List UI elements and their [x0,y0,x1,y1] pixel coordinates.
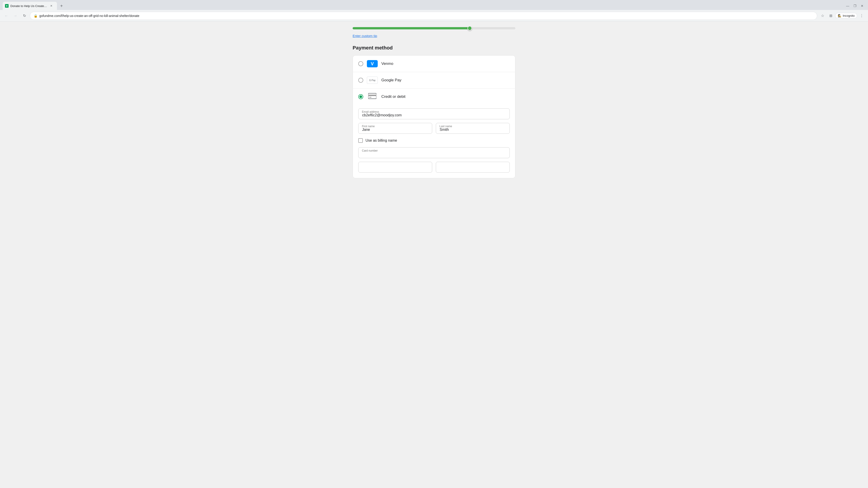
billing-checkbox-row: Use as billing name [358,138,510,143]
expiry-field-container [358,162,432,173]
card-number-field-container: Card number [358,147,510,158]
progress-bar-fill [352,27,470,29]
tab-favicon: ♥ [5,4,8,8]
venmo-radio[interactable] [358,61,363,66]
card-number-input[interactable] [358,147,510,158]
payment-method-title: Payment method [352,45,515,51]
credit-debit-label: Credit or debit [381,94,405,99]
cvv-input[interactable] [436,162,510,173]
forward-button[interactable]: → [12,12,19,20]
svg-rect-2 [369,97,371,98]
google-pay-label: Google Pay [381,78,401,83]
name-row: First name Last name [358,123,510,134]
credit-debit-radio[interactable] [358,94,363,99]
close-button[interactable]: ✕ [859,3,865,9]
gpay-logo: G Pay [367,76,378,84]
active-tab[interactable]: ♥ Donate to Help Us Create An O ✕ [3,2,57,10]
last-name-field-container: Last name [436,123,510,134]
cvv-field-container [436,162,510,173]
google-pay-option[interactable]: G Pay Google Pay [353,72,515,89]
tab-close-button[interactable]: ✕ [49,4,53,8]
credit-debit-form: Email address First name Last name [358,108,510,173]
email-input[interactable] [358,108,510,119]
progress-thumb [467,26,472,31]
split-screen-button[interactable]: ⊞ [827,12,834,20]
payment-method-card: V Venmo G Pay Google Pay [352,55,515,178]
maximize-button[interactable]: ❐ [852,3,858,9]
billing-label: Use as billing name [366,138,397,142]
last-name-input[interactable] [436,123,510,134]
expiry-input[interactable] [358,162,432,173]
toolbar-icons: ☆ ⊞ 🕵️ Incognito ⋮ [819,12,865,20]
first-name-field-container: First name [358,123,432,134]
email-field-container: Email address [358,108,510,119]
incognito-icon: 🕵️ [838,14,841,18]
new-tab-button[interactable]: + [57,2,66,10]
gpay-logo-icon: G Pay [367,76,378,84]
menu-button[interactable]: ⋮ [858,12,865,20]
main-container: Enter custom tip Payment method V Venmo [352,27,515,479]
progress-bar-container [352,27,515,29]
first-name-input[interactable] [358,123,432,134]
venmo-logo: V [367,60,378,67]
minimize-button[interactable]: — [844,3,851,9]
tab-title: Donate to Help Us Create An O [10,4,48,8]
credit-debit-option[interactable]: Credit or debit Email address First name [353,89,515,178]
browser-frame: ♥ Donate to Help Us Create An O ✕ + — ❐ … [0,0,868,22]
page-content: Enter custom tip Payment method V Venmo [0,22,868,488]
billing-checkbox[interactable] [358,138,363,143]
venmo-option[interactable]: V Venmo [353,56,515,72]
incognito-label: Incognito [843,14,855,18]
browser-titlebar: ♥ Donate to Help Us Create An O ✕ + — ❐ … [0,0,868,10]
address-bar[interactable]: 🔒 gofundme.com/f/help-us-create-an-off-g… [30,12,817,20]
svg-rect-1 [368,95,376,96]
google-pay-radio[interactable] [358,78,363,83]
credit-debit-header: Credit or debit [358,93,510,100]
bookmark-button[interactable]: ☆ [819,12,826,20]
refresh-button[interactable]: ↻ [21,12,28,20]
lock-icon: 🔒 [34,14,37,18]
credit-card-logo [367,93,378,100]
custom-tip-link[interactable]: Enter custom tip [352,34,377,38]
browser-toolbar: ← → ↻ 🔒 gofundme.com/f/help-us-create-an… [0,10,868,22]
back-button[interactable]: ← [3,12,10,20]
credit-card-icon [368,93,376,101]
url-text: gofundme.com/f/help-us-create-an-off-gri… [39,14,813,18]
venmo-label: Venmo [381,61,393,66]
bottom-fields-row [358,162,510,173]
tab-bar: ♥ Donate to Help Us Create An O ✕ + [3,2,66,10]
venmo-logo-icon: V [367,60,378,67]
incognito-badge: 🕵️ Incognito [835,13,857,19]
